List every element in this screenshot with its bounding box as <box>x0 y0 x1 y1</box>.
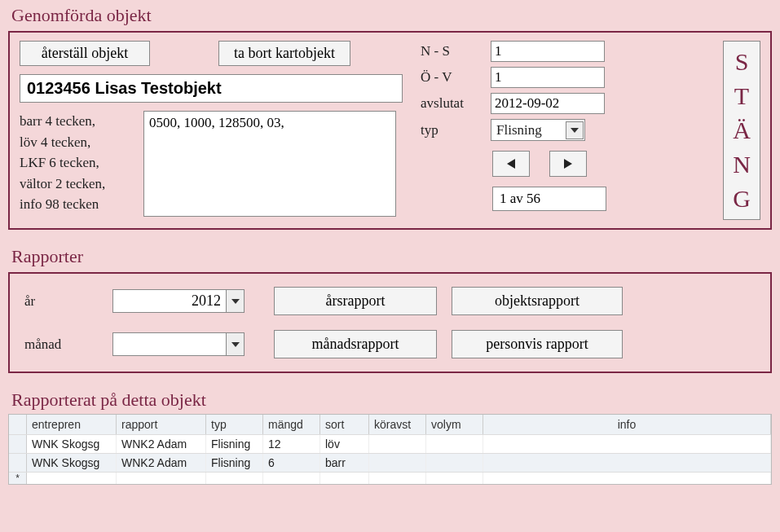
col-entrepren[interactable]: entrepren <box>27 415 117 434</box>
type-select[interactable]: Flisning <box>491 119 585 141</box>
hint-line: vältor 2 tecken, <box>20 174 134 195</box>
chevron-down-icon[interactable] <box>227 332 245 356</box>
svg-marker-0 <box>571 128 579 133</box>
row-handle[interactable] <box>9 454 27 472</box>
finished-label: avslutat <box>421 95 487 112</box>
triangle-right-icon <box>562 158 574 169</box>
svg-marker-2 <box>564 159 572 169</box>
cell-rapport: WNK2 Adam <box>117 435 206 453</box>
section-title-reports: Rapporter <box>0 241 780 269</box>
ns-input[interactable] <box>491 41 605 62</box>
year-input[interactable] <box>112 289 227 313</box>
ns-label: N - S <box>421 43 487 59</box>
month-select[interactable] <box>112 332 259 356</box>
person-report-button[interactable]: personvis rapport <box>452 330 623 358</box>
reports-panel: år årsrapport objektsrapport månad månad… <box>8 272 772 373</box>
cell-sort: barr <box>320 454 369 472</box>
cell-typ: Flisning <box>206 454 263 472</box>
col-sort[interactable]: sort <box>320 415 369 434</box>
field-hints: barr 4 tecken, löv 4 tecken, LKF 6 tecke… <box>20 111 134 217</box>
section-title-objects: Genomförda objekt <box>0 0 780 28</box>
delete-mapobject-button[interactable]: ta bort kartobjekt <box>218 41 350 66</box>
hint-line: info 98 tecken <box>20 194 134 215</box>
table-header-row: entrepren rapport typ mängd sort köravst… <box>9 415 771 434</box>
chevron-down-icon[interactable] <box>566 121 584 139</box>
cell-entrepren: WNK Skogsg <box>27 435 117 453</box>
cell-entrepren: WNK Skogsg <box>27 454 117 472</box>
close-letter: G <box>733 182 751 216</box>
col-info[interactable]: info <box>483 415 771 434</box>
object-name-input[interactable] <box>20 74 403 103</box>
col-koravst[interactable]: köravst <box>369 415 426 434</box>
table-row[interactable]: WNK Skogsg WNK2 Adam Flisning 6 barr <box>9 453 771 472</box>
close-letter: T <box>734 79 749 113</box>
reports-table: entrepren rapport typ mängd sort köravst… <box>8 414 772 485</box>
type-label: typ <box>421 122 487 138</box>
hint-line: barr 4 tecken, <box>20 111 134 132</box>
month-label: månad <box>24 336 98 353</box>
cell-volym <box>426 435 483 453</box>
cell-rapport: WNK2 Adam <box>117 454 206 472</box>
ov-input[interactable] <box>491 67 605 88</box>
ov-label: Ö - V <box>421 69 487 86</box>
close-button[interactable]: S T Ä N G <box>723 41 760 220</box>
cell-sort: löv <box>320 435 369 453</box>
col-typ[interactable]: typ <box>206 415 263 434</box>
close-letter: Ä <box>733 113 751 147</box>
table-row[interactable]: WNK Skogsg WNK2 Adam Flisning 12 löv <box>9 434 771 453</box>
month-report-button[interactable]: månadsrapport <box>274 330 437 358</box>
month-input[interactable] <box>112 332 227 356</box>
triangle-left-icon <box>505 158 517 169</box>
cell-mangd: 12 <box>263 435 320 453</box>
new-row-handle[interactable] <box>9 473 27 484</box>
cell-koravst <box>369 435 426 453</box>
cell-koravst <box>369 454 426 472</box>
hint-line: LKF 6 tecken, <box>20 152 134 174</box>
close-letter: N <box>733 147 751 182</box>
cell-typ: Flisning <box>206 435 263 453</box>
finished-input[interactable] <box>491 93 605 114</box>
chevron-down-icon[interactable] <box>227 289 245 313</box>
svg-marker-3 <box>231 299 240 304</box>
next-button[interactable] <box>549 151 587 177</box>
row-handle-header <box>9 415 27 434</box>
data-textarea[interactable]: 0500, 1000, 128500, 03, <box>143 111 396 217</box>
reset-object-button[interactable]: återställ objekt <box>20 41 150 66</box>
year-report-button[interactable]: årsrapport <box>274 287 437 315</box>
record-counter[interactable] <box>492 187 606 211</box>
prev-button[interactable] <box>492 151 530 177</box>
svg-marker-4 <box>231 342 240 347</box>
section-title-reported: Rapporterat på detta objekt <box>0 385 780 412</box>
table-new-row[interactable] <box>9 472 771 484</box>
objects-panel: återställ objekt ta bort kartobjekt barr… <box>8 31 772 230</box>
col-mangd[interactable]: mängd <box>263 415 320 434</box>
cell-info <box>483 454 771 472</box>
hint-line: löv 4 tecken, <box>20 132 134 153</box>
svg-marker-1 <box>507 159 515 169</box>
year-select[interactable] <box>112 289 259 313</box>
year-label: år <box>24 293 98 310</box>
cell-mangd: 6 <box>263 454 320 472</box>
close-letter: S <box>735 45 749 79</box>
type-select-value: Flisning <box>491 121 565 140</box>
cell-info <box>483 435 771 453</box>
row-handle[interactable] <box>9 435 27 453</box>
object-report-button[interactable]: objektsrapport <box>452 287 623 315</box>
col-rapport[interactable]: rapport <box>117 415 206 434</box>
cell-volym <box>426 454 483 472</box>
col-volym[interactable]: volym <box>426 415 483 434</box>
